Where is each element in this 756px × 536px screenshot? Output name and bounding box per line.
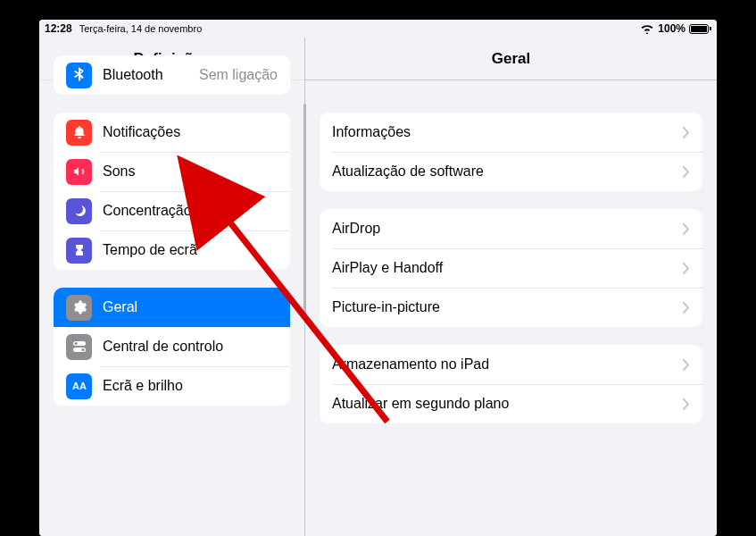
chevron-right-icon	[683, 398, 690, 410]
svg-point-1	[74, 342, 77, 345]
row-bgrefresh[interactable]: Atualizar em segundo plano	[320, 384, 702, 423]
sidebar-item-label: Geral	[103, 299, 137, 315]
main-group-airdrop: AirDrop AirPlay e Handoff Picture-in-pic…	[320, 209, 702, 327]
ipad-frame: 12:28 Terça-feira, 14 de novembro 100% D…	[0, 0, 756, 536]
sidebar-group-connectivity: Bluetooth Sem ligação	[54, 55, 290, 95]
row-label: Picture-in-picture	[332, 299, 683, 315]
sidebar-item-label: Central de controlo	[103, 339, 223, 355]
sidebar-item-display[interactable]: AA Ecrã e brilho	[54, 366, 290, 406]
status-time: 12:28	[45, 22, 72, 35]
row-label: Informações	[332, 124, 683, 140]
chevron-right-icon	[683, 302, 690, 314]
row-label: AirDrop	[332, 221, 683, 237]
sidebar-item-bluetooth[interactable]: Bluetooth Sem ligação	[54, 55, 290, 95]
main-group-about: Informações Atualização de software	[320, 113, 702, 191]
sidebar-item-controlcenter[interactable]: Central de controlo	[54, 327, 290, 366]
chevron-right-icon	[683, 166, 690, 178]
scroll-indicator[interactable]	[303, 104, 306, 316]
sidebar-item-screentime[interactable]: Tempo de ecrã	[54, 230, 290, 270]
screen: 12:28 Terça-feira, 14 de novembro 100% D…	[39, 20, 717, 536]
sidebar-item-label: Sons	[103, 163, 135, 180]
chevron-right-icon	[683, 127, 690, 138]
bell-icon	[66, 120, 92, 146]
sidebar-item-label: Concentração	[103, 203, 192, 219]
chevron-right-icon	[683, 359, 690, 371]
sidebar: Definições Bluetooth Sem ligação	[39, 38, 304, 536]
gear-icon	[66, 295, 92, 321]
sidebar-item-focus[interactable]: Concentração	[54, 191, 290, 230]
sidebar-item-label: Ecrã e brilho	[103, 378, 183, 394]
sidebar-item-label: Tempo de ecrã	[103, 242, 197, 258]
row-label: Armazenamento no iPad	[332, 356, 683, 373]
battery-percent: 100%	[658, 22, 685, 35]
speaker-icon	[66, 159, 92, 185]
sidebar-item-label: Notificações	[103, 124, 180, 140]
aa-icon: AA	[66, 373, 92, 399]
row-software-update[interactable]: Atualização de software	[320, 152, 702, 191]
sidebar-item-notifications[interactable]: Notificações	[54, 113, 290, 152]
row-pip[interactable]: Picture-in-picture	[320, 288, 702, 327]
main-title: Geral	[305, 38, 717, 80]
sidebar-item-general[interactable]: Geral	[54, 288, 290, 327]
row-airplay[interactable]: AirPlay e Handoff	[320, 248, 702, 288]
battery-icon	[689, 24, 711, 34]
toggles-icon	[66, 334, 92, 360]
chevron-right-icon	[683, 223, 690, 235]
wifi-icon	[640, 23, 654, 34]
sidebar-item-label: Bluetooth	[103, 67, 163, 83]
row-label: Atualizar em segundo plano	[332, 396, 683, 412]
row-info[interactable]: Informações	[320, 113, 702, 152]
sidebar-group-general: Geral Central de controlo AA	[54, 288, 290, 406]
row-label: Atualização de software	[332, 163, 683, 180]
sidebar-item-sounds[interactable]: Sons	[54, 152, 290, 191]
moon-icon	[66, 198, 92, 224]
hourglass-icon	[66, 238, 92, 264]
main-panel: Geral Informações Atualização de softwar…	[304, 38, 717, 536]
bluetooth-icon	[66, 63, 92, 88]
chevron-right-icon	[683, 263, 690, 274]
main-group-storage: Armazenamento no iPad Atualizar em segun…	[320, 345, 702, 423]
sidebar-group-notifications: Notificações Sons Concentr	[54, 113, 290, 270]
status-date: Terça-feira, 14 de novembro	[79, 23, 203, 34]
svg-text:AA: AA	[72, 381, 87, 391]
svg-point-3	[81, 348, 84, 351]
row-storage[interactable]: Armazenamento no iPad	[320, 345, 702, 384]
row-airdrop[interactable]: AirDrop	[320, 209, 702, 248]
sidebar-item-value: Sem ligação	[199, 67, 278, 83]
row-label: AirPlay e Handoff	[332, 260, 683, 276]
status-bar: 12:28 Terça-feira, 14 de novembro 100%	[39, 20, 717, 38]
